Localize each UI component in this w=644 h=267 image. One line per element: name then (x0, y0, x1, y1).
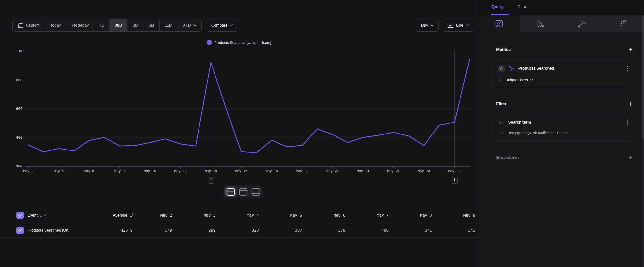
date-range-segmented-control: CustomTodayYesterday7D30D3M6M12MXTD (12, 19, 202, 32)
date-column-header[interactable]: May 4 (218, 213, 261, 217)
filter-property-name: Search term (508, 120, 621, 125)
flows-icon (577, 20, 586, 28)
add-filter-button[interactable]: + (627, 100, 634, 108)
filter-value[interactable]: (empty string), Air purifier, or 11 more (509, 131, 568, 135)
range-30d[interactable]: 30D (110, 20, 127, 31)
range-label: Today (50, 23, 61, 28)
chart-type-label: Line (456, 23, 464, 28)
y-tick-label: 800 (8, 78, 22, 82)
x-tick-label: May 12 (170, 169, 192, 173)
range-custom[interactable]: Custom (12, 20, 45, 31)
analysis-type-tabs (478, 15, 644, 32)
date-column-header[interactable]: May 9 (434, 213, 478, 217)
range-6m[interactable]: 6M (143, 20, 159, 31)
event-column-header[interactable]: Event 1 (28, 213, 47, 217)
date-range-toolbar: CustomTodayYesterday7D30D3M6M12MXTD Comp… (12, 19, 238, 32)
table-row[interactable]: Products Searched [Un...426.934929932330… (0, 223, 478, 238)
range-12m[interactable]: 12M (160, 20, 178, 31)
x-tick-label: May 6 (78, 169, 100, 173)
table-only-view-button[interactable] (250, 186, 262, 197)
x-tick-label: May 20 (291, 169, 313, 173)
date-column-header[interactable]: May 2 (135, 213, 175, 217)
range-today[interactable]: Today (45, 20, 66, 31)
x-tick-label: May 28 (413, 169, 435, 173)
tab-chart[interactable]: Chart (517, 5, 528, 9)
filter-card[interactable]: Aa Search term ••• Is (empty string), Ai… (492, 114, 634, 140)
legend-label: Products Searched [Unique Users] (214, 40, 271, 45)
insights-icon (495, 20, 503, 28)
x-tick-label: May 16 (230, 169, 252, 173)
date-column-header[interactable]: May 5 (261, 213, 304, 217)
tab-insights[interactable] (478, 15, 520, 32)
results-table: Event 1 Average May 2May 3May 4May 5May … (0, 208, 478, 238)
chart-controls: Day Line (416, 19, 474, 32)
chevron-down-icon (530, 79, 533, 81)
row-cell-value: 349 (135, 228, 175, 232)
range-7d[interactable]: 7D (94, 20, 109, 31)
table-column-divider (135, 208, 135, 238)
date-column-header[interactable]: May 8 (391, 213, 434, 217)
metric-event-name: Products Searched (518, 66, 621, 71)
view-toggle-group (223, 185, 263, 198)
metric-card[interactable]: A Products Searched ••• # Unique Users (492, 60, 634, 87)
chevron-down-icon (466, 24, 469, 26)
aggregation-dropdown[interactable]: Unique Users (506, 78, 533, 82)
annotation-badge[interactable]: 1 (451, 177, 458, 183)
date-column-header[interactable]: May 7 (348, 213, 391, 217)
range-label: 30D (115, 23, 122, 28)
row-cell-value: 299 (175, 228, 218, 232)
aggregation-label: Unique Users (506, 78, 528, 82)
table-body: Products Searched [Un...426.934929932330… (0, 223, 478, 238)
range-label: 6M (148, 23, 154, 28)
chart-only-view-button[interactable] (237, 186, 250, 197)
row-cell-value: 343 (434, 228, 478, 232)
date-column-header[interactable]: May 6 (304, 213, 348, 217)
tab-retention[interactable] (603, 15, 644, 32)
data-series-line[interactable] (28, 60, 470, 152)
sidebar-scrollbar-thumb[interactable] (642, 15, 644, 138)
retention-icon (619, 20, 628, 28)
filter-options-button[interactable]: ••• (625, 119, 630, 126)
range-yesterday[interactable]: Yesterday (66, 20, 94, 31)
split-view-button[interactable] (224, 186, 237, 197)
range-3m[interactable]: 3M (127, 20, 143, 31)
tab-flows[interactable] (561, 15, 603, 32)
chart-type-dropdown[interactable]: Line (442, 19, 474, 32)
annotation-badge[interactable]: 1 (208, 177, 214, 183)
x-tick-label: May 26 (382, 169, 405, 173)
row-cell-value: 307 (261, 228, 304, 232)
line-chart[interactable] (24, 51, 470, 169)
date-column-header[interactable]: May 3 (175, 213, 218, 217)
range-label: XTD (183, 23, 191, 28)
x-tick-label: May 14 (200, 169, 222, 173)
chevron-down-icon (230, 24, 233, 26)
line-chart-icon (447, 23, 454, 28)
row-cell-value: 379 (304, 228, 348, 232)
granularity-dropdown[interactable]: Day (416, 19, 438, 32)
add-breakdown-button[interactable]: + (627, 154, 634, 161)
filter-operator[interactable]: Is (500, 131, 503, 135)
average-column-header[interactable]: Average (97, 213, 135, 218)
select-all-checkbox[interactable] (16, 212, 24, 219)
event-label: Event (28, 213, 38, 217)
table-header-row: Event 1 Average May 2May 3May 4May 5May … (0, 208, 478, 223)
add-metric-button[interactable]: + (627, 46, 634, 54)
compare-button[interactable]: Compare (206, 19, 238, 32)
metric-options-button[interactable]: ••• (625, 65, 630, 72)
event-count: 1 (40, 213, 42, 217)
chart-legend[interactable]: Products Searched [Unique Users] (0, 40, 478, 45)
query-sidebar: Query Chart (478, 0, 644, 267)
row-cell-value: 400 (348, 228, 391, 232)
range-xtd[interactable]: XTD (178, 20, 202, 31)
tab-funnels[interactable] (520, 15, 561, 32)
x-tick-label: May 8 (108, 169, 130, 173)
tab-query[interactable]: Query (492, 5, 504, 9)
y-tick-label: 1K (8, 49, 22, 53)
row-event-name: Products Searched [Un... (28, 228, 72, 232)
chevron-down-icon (193, 24, 196, 26)
range-label: 3M (132, 23, 138, 28)
chevron-down-icon (430, 24, 434, 26)
series-letter-badge: A (498, 65, 504, 72)
x-tick-label: May 4 (48, 169, 70, 173)
row-checkbox[interactable] (16, 227, 24, 234)
